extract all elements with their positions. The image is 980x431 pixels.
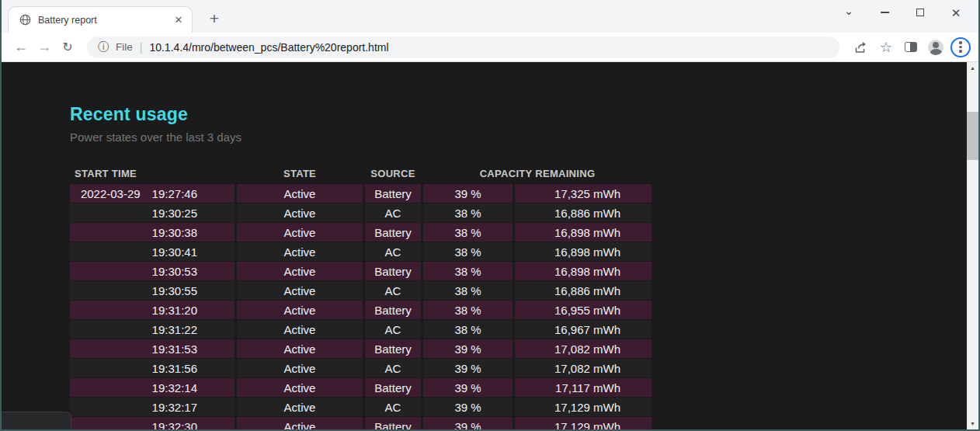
cell-source: AC	[365, 398, 421, 416]
cell-start-time: 19:31:56	[70, 359, 235, 377]
cell-start-time: 2022-03-29 19:27:46	[70, 184, 235, 203]
cell-state: Active	[237, 281, 363, 300]
cell-source: Battery	[365, 339, 421, 358]
cell-capacity: 16,955 mWh	[515, 301, 652, 319]
cell-start-time: 19:32:30	[70, 417, 235, 429]
cell-start-time: 19:31:53	[70, 339, 235, 358]
url-divider: |	[140, 41, 143, 54]
cell-start-time: 19:30:25	[70, 203, 235, 222]
table-row: 19:30:55ActiveAC38 %16,886 mWh	[70, 281, 652, 300]
reload-button[interactable]: ↻	[56, 36, 79, 59]
scroll-down-icon[interactable]: ▼	[967, 418, 978, 429]
usage-table: START TIME STATE SOURCE CAPACITY REMAINI…	[68, 164, 654, 429]
scrollbar-thumb[interactable]	[967, 112, 978, 160]
cell-capacity: 17,129 mWh	[515, 398, 652, 416]
minimize-button[interactable]	[867, 2, 902, 23]
cell-percent: 39 %	[423, 359, 513, 377]
cell-percent: 39 %	[423, 417, 513, 429]
cell-state: Active	[237, 223, 363, 242]
cell-start-time: 19:31:20	[70, 301, 235, 319]
cell-state: Active	[237, 262, 363, 280]
usage-table-body: 2022-03-29 19:27:46ActiveBattery39 %17,3…	[70, 184, 652, 429]
toolbar-actions: ☆	[849, 35, 971, 60]
cell-state: Active	[237, 417, 363, 429]
scrollbar-track[interactable]	[967, 74, 978, 418]
cell-percent: 38 %	[423, 242, 513, 261]
cell-source: Battery	[365, 262, 421, 280]
new-tab-button[interactable]: +	[205, 10, 224, 29]
cell-source: Battery	[365, 223, 421, 242]
cell-source: Battery	[365, 378, 421, 397]
cell-percent: 38 %	[423, 262, 513, 280]
cell-capacity: 16,898 mWh	[515, 223, 652, 242]
cell-percent: 39 %	[423, 184, 513, 203]
cell-percent: 38 %	[423, 320, 513, 339]
back-button[interactable]: ←	[9, 36, 33, 59]
browser-toolbar: ← → ↻ ⓘ File | 10.1.4.4/mro/between_pcs/…	[2, 33, 978, 62]
table-row: 2022-03-29 19:27:46ActiveBattery39 %17,3…	[70, 184, 652, 203]
cell-capacity: 16,967 mWh	[515, 320, 652, 339]
page-content: Recent usage Power states over the last …	[2, 62, 978, 429]
share-button[interactable]	[849, 35, 874, 60]
cell-percent: 39 %	[423, 398, 513, 416]
window-controls: ⌄ ✕	[831, 2, 974, 23]
cell-source: Battery	[365, 417, 421, 429]
cell-capacity: 17,117 mWh	[515, 378, 652, 397]
column-header-capacity-remaining: CAPACITY REMAINING	[423, 165, 652, 183]
cell-start-time: 19:31:22	[70, 320, 235, 339]
table-row: 19:31:53ActiveBattery39 %17,082 mWh	[70, 339, 652, 358]
table-row: 19:32:14ActiveBattery39 %17,117 mWh	[70, 378, 652, 397]
page-subtitle: Power states over the last 3 days	[70, 130, 967, 144]
column-header-state: STATE	[237, 165, 363, 183]
cell-capacity: 17,325 mWh	[515, 184, 652, 203]
table-row: 19:30:38ActiveBattery38 %16,898 mWh	[70, 223, 652, 242]
table-row: 19:30:25ActiveAC38 %16,886 mWh	[70, 203, 652, 222]
share-icon	[854, 41, 868, 54]
column-header-start-time: START TIME	[70, 165, 235, 183]
cell-source: Battery	[365, 184, 421, 203]
tab-strip: Battery report ✕ + ⌄ ✕	[2, 0, 978, 33]
browser-menu-button[interactable]	[950, 37, 971, 57]
close-window-button[interactable]: ✕	[938, 2, 974, 23]
tab-close-icon[interactable]: ✕	[172, 13, 186, 27]
browser-window: Battery report ✕ + ⌄ ✕ ← → ↻ ⓘ File | 10…	[2, 0, 978, 429]
cell-state: Active	[237, 320, 363, 339]
maximize-icon	[916, 9, 924, 16]
scroll-up-icon[interactable]: ▲	[967, 62, 978, 74]
table-row: 19:31:56ActiveAC39 %17,082 mWh	[70, 359, 652, 377]
cell-capacity: 16,886 mWh	[515, 203, 652, 222]
cell-start-time: 19:30:55	[70, 281, 235, 300]
table-row: 19:30:53ActiveBattery38 %16,898 mWh	[70, 262, 652, 280]
forward-button[interactable]: →	[33, 36, 56, 59]
vertical-scrollbar[interactable]: ▲ ▼	[967, 62, 978, 429]
cell-state: Active	[237, 301, 363, 319]
cell-source: AC	[365, 242, 421, 261]
cell-percent: 39 %	[423, 339, 513, 358]
info-icon[interactable]: ⓘ	[98, 40, 109, 54]
tab-title: Battery report	[38, 15, 172, 26]
cell-start-time: 19:32:14	[70, 378, 235, 397]
address-bar[interactable]: ⓘ File | 10.1.4.4/mro/between_pcs/Batter…	[87, 36, 839, 58]
cell-source: AC	[365, 320, 421, 339]
cell-capacity: 16,886 mWh	[515, 281, 652, 300]
cell-capacity: 17,082 mWh	[515, 339, 652, 358]
table-row: 19:31:20ActiveBattery38 %16,955 mWh	[70, 301, 652, 319]
globe-icon	[19, 14, 31, 26]
table-row: 19:32:17ActiveAC39 %17,129 mWh	[70, 398, 652, 416]
cell-percent: 38 %	[423, 203, 513, 222]
tab-battery-report[interactable]: Battery report ✕	[8, 6, 193, 33]
cell-capacity: 16,898 mWh	[515, 242, 652, 261]
cell-start-time: 19:30:41	[70, 242, 235, 261]
cell-start-time: 19:30:53	[70, 262, 235, 280]
bookmark-button[interactable]: ☆	[874, 35, 898, 60]
cell-source: AC	[365, 359, 421, 377]
side-panel-button[interactable]	[898, 35, 923, 60]
cell-state: Active	[237, 242, 363, 261]
cell-percent: 38 %	[423, 223, 513, 242]
maximize-button[interactable]	[902, 2, 938, 23]
chevron-down-icon[interactable]: ⌄	[831, 1, 867, 21]
avatar	[928, 40, 944, 55]
cell-source: Battery	[365, 301, 421, 319]
profile-button[interactable]	[923, 35, 948, 60]
usage-table-head: START TIME STATE SOURCE CAPACITY REMAINI…	[70, 165, 652, 183]
